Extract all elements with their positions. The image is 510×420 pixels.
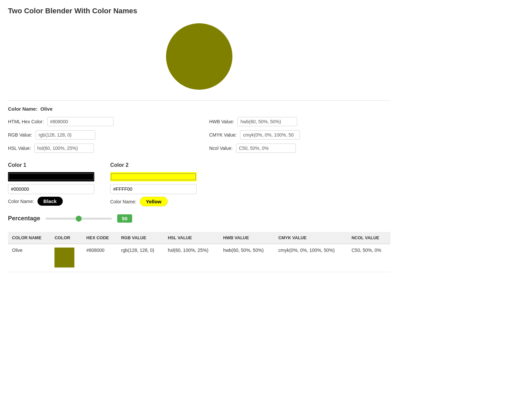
col-hwb: HWB VALUE (219, 232, 274, 244)
color2-swatch[interactable] (110, 172, 197, 181)
cmyk-row: CMYK Value: (209, 130, 390, 140)
hwb-input[interactable] (237, 117, 297, 126)
color1-name-badge: Black (38, 197, 63, 206)
color1-heading: Color 1 (8, 162, 94, 168)
ncol-input[interactable] (236, 144, 296, 153)
percentage-section: Percentage 50 (8, 214, 390, 223)
html-hex-label: HTML Hex Color: (8, 119, 44, 124)
col-color: COLOR (50, 232, 82, 244)
col-color-name: COLOR NAME (8, 232, 50, 244)
ncol-label: Ncol Value: (209, 146, 233, 151)
cell-hsl: hsl(60, 100%, 25%) (164, 244, 219, 272)
col-rgb: RGB VALUE (117, 232, 164, 244)
cell-hwb: hwb(60, 50%, 50%) (219, 244, 274, 272)
divider-1 (8, 100, 390, 101)
color2-group: Color 2 Color Name: Yellow (110, 162, 197, 206)
color1-name-row: Color Name: Black (8, 197, 94, 206)
rgb-input[interactable] (36, 130, 95, 140)
cell-color-name: Olive (8, 244, 50, 272)
blended-color-display (8, 23, 390, 90)
color2-hex-input[interactable] (110, 184, 197, 194)
cell-ncol: C50, 50%, 0% (348, 244, 390, 272)
rgb-row: RGB Value: (8, 130, 189, 140)
color1-hex-input[interactable] (8, 184, 94, 194)
color2-name-row: Color Name: Yellow (110, 197, 197, 206)
ncol-row: Ncol Value: (209, 144, 390, 153)
col-ncol: NCOL VALUE (348, 232, 390, 244)
table-header-row: COLOR NAME COLOR HEX CODE RGB VALUE HSL … (8, 232, 390, 244)
results-table: COLOR NAME COLOR HEX CODE RGB VALUE HSL … (8, 232, 390, 272)
percentage-value-badge: 50 (117, 214, 132, 223)
hwb-label: HWB Value: (209, 119, 234, 124)
cmyk-input[interactable] (240, 130, 300, 140)
col-cmyk: CMYK VALUE (274, 232, 347, 244)
blended-color-name-value: Olive (41, 106, 53, 112)
hsl-row: HSL Value: (8, 144, 189, 153)
color2-heading: Color 2 (110, 162, 197, 168)
color1-swatch[interactable] (8, 172, 94, 181)
cell-hex: #808000 (82, 244, 117, 272)
html-hex-input[interactable] (47, 117, 114, 126)
percentage-slider[interactable] (45, 218, 112, 220)
rgb-label: RGB Value: (8, 132, 32, 138)
percentage-label: Percentage (8, 215, 40, 222)
blended-color-name-row: Color Name: Olive (8, 106, 390, 112)
color-pickers-section: Color 1 Color Name: Black Color 2 Color … (8, 162, 390, 206)
cmyk-label: CMYK Value: (209, 132, 237, 138)
cell-rgb: rgb(128, 128, 0) (117, 244, 164, 272)
hwb-row: HWB Value: (209, 117, 390, 126)
hsl-input[interactable] (34, 144, 94, 153)
color1-name-label: Color Name: (8, 199, 34, 204)
blended-color-name-label: Color Name: (8, 106, 38, 112)
color2-name-badge: Yellow (140, 197, 168, 206)
hsl-label: HSL Value: (8, 146, 31, 151)
cell-cmyk: cmyk(0%, 0%, 100%, 50%) (274, 244, 347, 272)
col-hsl: HSL VALUE (164, 232, 219, 244)
blended-values-grid: HTML Hex Color: HWB Value: RGB Value: CM… (8, 117, 390, 153)
html-hex-row: HTML Hex Color: (8, 117, 189, 126)
color1-group: Color 1 Color Name: Black (8, 162, 94, 206)
table-row: Olive #808000 rgb(128, 128, 0) hsl(60, 1… (8, 244, 390, 272)
page-title: Two Color Blender With Color Names (8, 7, 390, 15)
col-hex-code: HEX CODE (82, 232, 117, 244)
row-color-swatch (54, 248, 74, 267)
color2-name-label: Color Name: (110, 199, 136, 204)
blended-color-circle (166, 23, 232, 90)
cell-color-swatch (50, 244, 82, 272)
